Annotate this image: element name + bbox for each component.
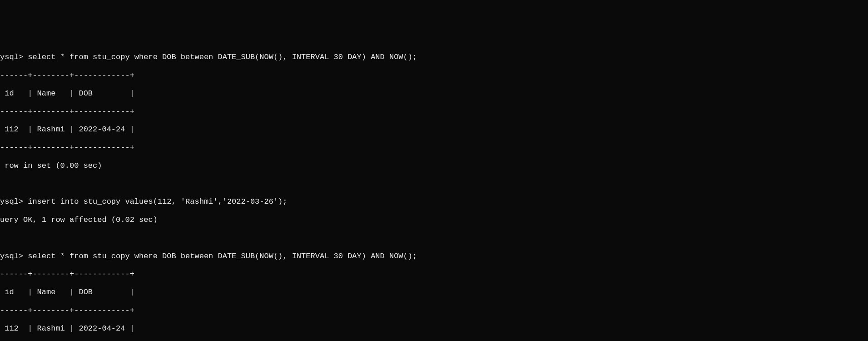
result-ok: uery OK, 1 row affected (0.02 sec) — [0, 216, 868, 225]
terminal-output[interactable]: ysql> select * from stu_copy where DOB b… — [0, 44, 868, 341]
table-row: 112 | Rashmi | 2022-04-24 | — [0, 125, 868, 134]
table-border: ------+--------+------------+ — [0, 143, 868, 152]
table-header: id | Name | DOB | — [0, 288, 868, 297]
query-line-1: ysql> select * from stu_copy where DOB b… — [0, 53, 868, 62]
blank-line — [0, 234, 868, 243]
table-border: ------+--------+------------+ — [0, 71, 868, 80]
table-border: ------+--------+------------+ — [0, 270, 868, 279]
query-line-3: ysql> select * from stu_copy where DOB b… — [0, 252, 868, 261]
table-header: id | Name | DOB | — [0, 89, 868, 98]
table-border: ------+--------+------------+ — [0, 306, 868, 315]
query-line-2: ysql> insert into stu_copy values(112, '… — [0, 197, 868, 206]
blank-line — [0, 180, 868, 189]
result-summary: row in set (0.00 sec) — [0, 161, 868, 170]
table-border: ------+--------+------------+ — [0, 107, 868, 116]
table-row: 112 | Rashmi | 2022-04-24 | — [0, 324, 868, 333]
